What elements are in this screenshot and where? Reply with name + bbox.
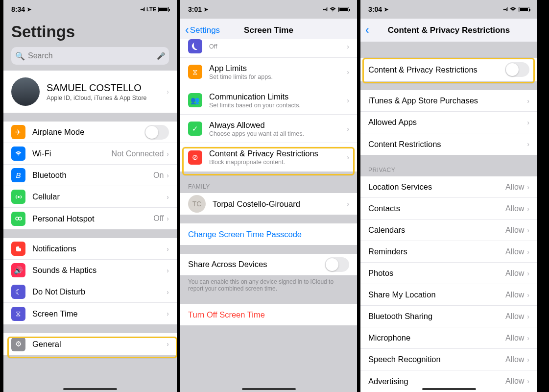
content-restrictions-row[interactable]: Content Restrictions› [360, 133, 537, 155]
chevron-left-icon: ‹ [185, 24, 189, 36]
airplane-mode-row[interactable]: ✈ Airplane Mode [3, 122, 177, 143]
chevron-right-icon: › [167, 310, 169, 318]
cellular-icon [11, 190, 25, 204]
chevron-right-icon: › [167, 267, 169, 274]
allowed-apps-row[interactable]: Allowed Apps› [360, 112, 537, 133]
family-avatar: TC [188, 195, 206, 213]
general-row[interactable]: ⚙ General› [3, 333, 177, 355]
wifi-icon [509, 7, 517, 12]
nav-title: Screen Time [244, 25, 293, 35]
airplane-switch[interactable] [144, 125, 169, 140]
app-limits-row[interactable]: ⧖ App LimitsSet time limits for apps.› [180, 58, 357, 86]
svg-point-0 [18, 196, 20, 198]
avatar [11, 77, 40, 106]
status-bar: 3:04➤ ••ıl [360, 0, 537, 19]
privacy-row[interactable]: Location ServicesAllow› [360, 176, 537, 198]
phone-screentime: 3:01➤ ••ıl ‹Settings Screen Time ⏾ Off› … [180, 0, 360, 392]
change-passcode-row[interactable]: Change Screen Time Passcode [180, 223, 357, 245]
privacy-row[interactable]: ContactsAllow› [360, 198, 537, 220]
notifications-icon [11, 242, 25, 256]
wifi-row[interactable]: Wi-Fi Not Connected› [3, 143, 177, 165]
sounds-row[interactable]: 🔊 Sounds & Haptics› [3, 260, 177, 281]
chevron-right-icon: › [527, 377, 529, 385]
share-switch[interactable] [325, 257, 349, 272]
privacy-row[interactable]: RemindersAllow› [360, 241, 537, 263]
signal-icon: ••ıl [140, 7, 144, 12]
location-icon: ➤ [204, 6, 208, 13]
screen-time-row[interactable]: ⧖ Screen Time› [3, 303, 177, 324]
share-footer: You can enable this on any device signed… [180, 275, 357, 295]
wifi-icon [11, 147, 25, 161]
privacy-row[interactable]: MicrophoneAllow› [360, 327, 537, 349]
privacy-header: PRIVACY [360, 164, 537, 176]
privacy-row[interactable]: Bluetooth SharingAllow› [360, 306, 537, 327]
privacy-row[interactable]: PhotosAllow› [360, 263, 537, 284]
chevron-right-icon: › [347, 125, 349, 133]
status-time: 3:01 [188, 5, 202, 13]
home-indicator[interactable] [422, 388, 476, 390]
nav-title: Content & Privacy Restrictions [388, 25, 510, 35]
home-indicator[interactable] [63, 388, 117, 390]
chevron-right-icon: › [347, 97, 349, 104]
hotspot-row[interactable]: Personal Hotspot Off› [3, 208, 177, 229]
family-header: FAMILY [180, 180, 357, 193]
sounds-icon: 🔊 [11, 263, 25, 277]
comm-limits-row[interactable]: 👥 Communication LimitsSet limits based o… [180, 86, 357, 115]
chevron-right-icon: › [167, 193, 169, 201]
cellular-row[interactable]: Cellular › [3, 186, 177, 208]
search-input[interactable] [28, 51, 154, 60]
phone-restrictions: 3:04➤ ••ıl ‹ Content & Privacy Restricti… [360, 0, 541, 392]
chevron-right-icon: › [527, 356, 529, 364]
battery-icon [158, 7, 169, 12]
status-time: 8:34 [11, 5, 25, 13]
chevron-right-icon: › [527, 226, 529, 234]
downtime-row[interactable]: ⏾ Off› [180, 39, 357, 58]
back-button[interactable]: ‹ [365, 24, 369, 36]
share-devices-row[interactable]: Share Across Devices [180, 254, 357, 275]
privacy-row[interactable]: Share My LocationAllow› [360, 284, 537, 306]
airplane-icon: ✈ [11, 125, 25, 139]
chevron-right-icon: › [527, 205, 529, 213]
mic-icon[interactable]: 🎤 [157, 52, 165, 60]
content-privacy-row[interactable]: ⊘ Content & Privacy RestrictionsBlock in… [180, 143, 357, 172]
main-toggle-row[interactable]: Content & Privacy Restrictions [360, 58, 537, 81]
chevron-right-icon: › [527, 334, 529, 342]
chevron-right-icon: › [527, 291, 529, 299]
chevron-right-icon: › [347, 153, 349, 161]
home-indicator[interactable] [242, 388, 296, 390]
bluetooth-icon: B [11, 168, 25, 182]
status-bar: 3:01➤ ••ıl [180, 0, 357, 19]
search-field[interactable]: 🔍 🎤 [11, 47, 169, 65]
svg-point-4 [19, 245, 22, 248]
turn-off-row[interactable]: Turn Off Screen Time [180, 304, 357, 325]
contacts-icon: 👥 [188, 93, 202, 107]
privacy-row[interactable]: CalendarsAllow› [360, 220, 537, 241]
network-label: LTE [146, 6, 156, 12]
family-member-row[interactable]: TC Torpal Costello-Girouard› [180, 193, 357, 215]
chevron-right-icon: › [167, 215, 169, 222]
chevron-right-icon: › [527, 183, 529, 191]
profile-name: SAMUEL COSTELLO [47, 82, 147, 94]
status-time: 3:04 [368, 5, 382, 13]
privacy-row[interactable]: Speech RecognitionAllow› [360, 349, 537, 370]
always-allowed-row[interactable]: ✓ Always AllowedChoose apps you want at … [180, 115, 357, 143]
restrictions-switch[interactable] [505, 62, 529, 77]
bluetooth-row[interactable]: B Bluetooth On› [3, 165, 177, 186]
hotspot-icon [11, 212, 25, 226]
chevron-right-icon: › [527, 313, 529, 320]
dnd-row[interactable]: ☾ Do Not Disturb› [3, 281, 177, 303]
nav-bar: ‹ Content & Privacy Restrictions [360, 19, 537, 42]
search-icon: 🔍 [15, 51, 25, 61]
chevron-right-icon: › [167, 88, 169, 96]
chevron-right-icon: › [167, 340, 169, 348]
nav-bar: ‹Settings Screen Time [180, 19, 357, 42]
chevron-right-icon: › [347, 43, 349, 50]
apple-id-row[interactable]: SAMUEL COSTELLO Apple ID, iCloud, iTunes… [3, 71, 177, 113]
signal-icon: ••ıl [323, 7, 327, 12]
signal-icon: ••ıl [503, 7, 507, 12]
page-title: Settings [3, 19, 177, 45]
itunes-row[interactable]: iTunes & App Store Purchases› [360, 90, 537, 112]
notifications-row[interactable]: Notifications› [3, 238, 177, 260]
chevron-right-icon: › [167, 150, 169, 158]
back-button[interactable]: ‹Settings [185, 24, 220, 36]
